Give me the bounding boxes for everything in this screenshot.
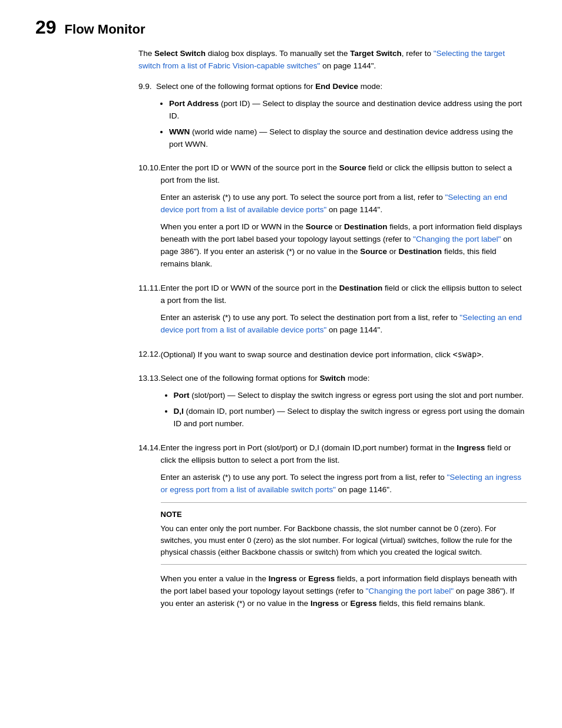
intro-text-3: , refer to	[402, 49, 434, 58]
step-10-sub-para-2: When you enter a port ID or WWN in the S…	[161, 221, 527, 271]
step-10-main-text: Enter the port ID or WWN of the source p…	[161, 162, 527, 187]
step-13-bullets: Port (slot/port) — Select to display the…	[174, 390, 527, 430]
step-9-bullet-port-address: Port Address (port ID) — Select to displ…	[169, 98, 527, 123]
step-9-text: Select one of the following format optio…	[156, 81, 527, 93]
intro-text-1: The	[138, 49, 154, 58]
step-9-bold-end-device: End Device	[315, 82, 358, 91]
chapter-title: Flow Monitor	[65, 22, 146, 37]
main-content: The Select Switch dialog box displays. T…	[35, 48, 527, 615]
after-note-bold-ingress-2: Ingress	[310, 599, 339, 608]
step-13-bullet-port: Port (slot/port) — Select to display the…	[174, 390, 527, 402]
step-13-bold-switch: Switch	[320, 374, 346, 383]
step-10-bold-source: Source	[339, 163, 366, 172]
step-11: 11. Enter the port ID or WWN of the sour…	[138, 282, 527, 341]
step-12-text: (Optional) If you want to swap source an…	[161, 348, 527, 361]
step-14-main-text: Enter the ingress port in Port (slot/por…	[161, 442, 527, 467]
intro-paragraph: The Select Switch dialog box displays. T…	[138, 48, 527, 73]
step-14: 14. Enter the ingress port in Port (slot…	[138, 442, 527, 615]
step-12: 12. (Optional) If you want to swap sourc…	[138, 348, 527, 366]
step-10-link-2[interactable]: "Changing the port label"	[413, 235, 501, 243]
step-13: 13. Select one of the following format o…	[138, 373, 527, 435]
step-10-number: 10.	[138, 162, 161, 275]
steps-list: 9. Select one of the following format op…	[138, 81, 527, 615]
after-note-paragraph: When you enter a value in the Ingress or…	[161, 573, 527, 610]
after-note-bold-egress: Egress	[308, 574, 335, 583]
step-11-bold-destination: Destination	[339, 284, 383, 292]
note-box: NOTE You can enter only the port number.…	[161, 502, 527, 565]
step-14-sub-para-1: Enter an asterisk (*) to use any port. T…	[161, 472, 527, 496]
after-note-bold-ingress: Ingress	[269, 574, 297, 583]
page: 29 Flow Monitor The Select Switch dialog…	[0, 0, 562, 645]
note-label: NOTE	[161, 509, 527, 521]
step-9: 9. Select one of the following format op…	[138, 81, 527, 156]
step-13-number: 13.	[138, 373, 161, 435]
note-body: You can enter only the port number. For …	[161, 523, 527, 558]
step-10-body: Enter the port ID or WWN of the source p…	[161, 162, 527, 275]
step-12-body: (Optional) If you want to swap source an…	[161, 348, 527, 366]
step-10-sub-para-1: Enter an asterisk (*) to use any port. T…	[161, 192, 527, 216]
after-note-bold-egress-2: Egress	[351, 599, 377, 608]
step-11-body: Enter the port ID or WWN of the source p…	[161, 282, 527, 341]
step-11-sub-para-1: Enter an asterisk (*) to use any port. T…	[161, 312, 527, 337]
step-14-bold-ingress: Ingress	[457, 443, 485, 452]
step-9-number: 9.	[138, 81, 156, 156]
after-note-link-port-label[interactable]: "Changing the port label"	[366, 587, 454, 595]
step-9-body: Select one of the following format optio…	[156, 81, 527, 156]
intro-bold-target-switch: Target Switch	[350, 49, 402, 58]
step-9-bullet-wwn: WWN (world wide name) — Select to displa…	[169, 126, 527, 151]
intro-text-4: on page 1144".	[320, 61, 376, 70]
step-12-code-swap: <swap>	[453, 350, 482, 359]
step-13-bullet-di: D,I (domain ID, port number) — Select to…	[174, 406, 527, 430]
step-13-main-text: Select one of the following format optio…	[161, 373, 527, 385]
step-9-bullets: Port Address (port ID) — Select to displ…	[169, 98, 527, 151]
chapter-number: 29	[35, 18, 57, 37]
intro-text-2: dialog box displays. To manually set the	[206, 49, 350, 58]
page-header: 29 Flow Monitor	[35, 18, 527, 37]
step-11-number: 11.	[138, 282, 161, 341]
step-11-main-text: Enter the port ID or WWN of the source p…	[161, 282, 527, 307]
step-14-body: Enter the ingress port in Port (slot/por…	[161, 442, 527, 615]
step-10: 10. Enter the port ID or WWN of the sour…	[138, 162, 527, 275]
step-14-number: 14.	[138, 442, 161, 615]
step-12-number: 12.	[138, 348, 161, 366]
step-13-body: Select one of the following format optio…	[161, 373, 527, 435]
intro-bold-select-switch: Select Switch	[154, 49, 206, 58]
